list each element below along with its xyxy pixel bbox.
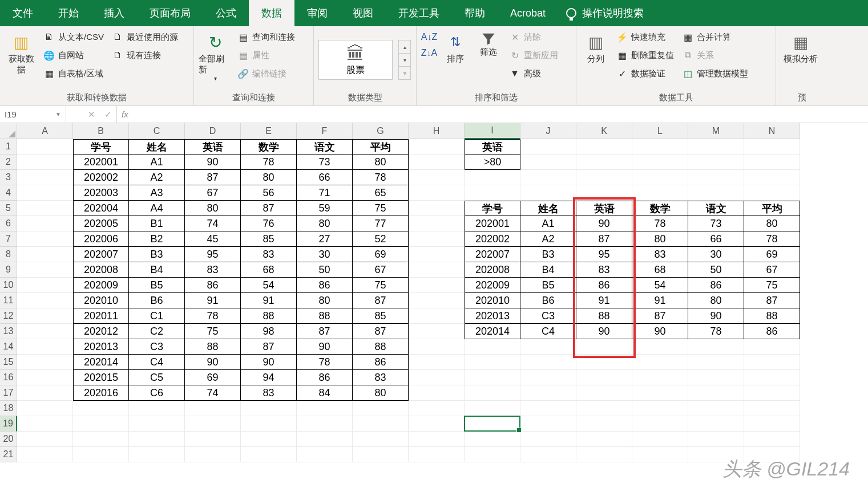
cell-J20[interactable] xyxy=(520,432,576,447)
cell-A5[interactable] xyxy=(17,201,73,216)
cell-G18[interactable] xyxy=(353,401,409,416)
cell-M11[interactable]: 80 xyxy=(688,293,744,308)
cell-A8[interactable] xyxy=(17,247,73,262)
menu-tab-Acrobat[interactable]: Acrobat xyxy=(498,0,558,26)
cell-M10[interactable]: 86 xyxy=(688,278,744,293)
row-header-5[interactable]: 5 xyxy=(0,201,17,216)
cell-C5[interactable]: A4 xyxy=(129,201,185,216)
cell-D18[interactable] xyxy=(185,401,241,416)
cell-E16[interactable]: 94 xyxy=(241,370,297,385)
column-header-B[interactable]: B xyxy=(73,123,129,139)
cell-A13[interactable] xyxy=(17,324,73,339)
fx-icon[interactable]: fx xyxy=(117,109,133,119)
cell-F2[interactable]: 73 xyxy=(297,155,353,170)
cell-I10[interactable]: 202009 xyxy=(465,278,520,293)
cell-K19[interactable] xyxy=(576,416,632,432)
menu-tab-开始[interactable]: 开始 xyxy=(46,0,91,26)
cell-B12[interactable]: 202011 xyxy=(73,308,129,324)
cell-J17[interactable] xyxy=(520,385,576,401)
cell-L12[interactable]: 87 xyxy=(632,308,688,324)
cell-B19[interactable] xyxy=(73,416,129,432)
cell-H5[interactable] xyxy=(409,201,465,216)
cell-H7[interactable] xyxy=(409,231,465,247)
cell-D20[interactable] xyxy=(185,432,241,447)
cell-C18[interactable] xyxy=(129,401,185,416)
cell-H16[interactable] xyxy=(409,370,465,385)
cell-I17[interactable] xyxy=(465,385,520,401)
cell-C10[interactable]: B5 xyxy=(129,278,185,293)
cell-M5[interactable]: 语文 xyxy=(688,201,744,216)
manage-data-model-button[interactable]: ◫管理数据模型 xyxy=(680,66,750,81)
cell-F16[interactable]: 86 xyxy=(297,370,353,385)
cell-K20[interactable] xyxy=(576,432,632,447)
queries-connections-button[interactable]: ▤查询和连接 xyxy=(235,30,297,44)
row-header-12[interactable]: 12 xyxy=(0,308,17,324)
cell-D13[interactable]: 75 xyxy=(185,324,241,339)
cell-A18[interactable] xyxy=(17,401,73,416)
cell-I20[interactable] xyxy=(465,432,520,447)
recent-sources-button[interactable]: 🗋最近使用的源 xyxy=(110,30,180,44)
cell-L1[interactable] xyxy=(632,139,688,155)
cell-K13[interactable]: 90 xyxy=(576,324,632,339)
cell-G12[interactable]: 85 xyxy=(353,308,409,324)
cell-K2[interactable] xyxy=(576,155,632,170)
cell-M19[interactable] xyxy=(688,416,744,432)
cell-I14[interactable] xyxy=(465,339,520,355)
cell-J21[interactable] xyxy=(520,447,576,462)
cell-J12[interactable]: C3 xyxy=(520,308,576,324)
from-web-button[interactable]: 🌐自网站 xyxy=(41,48,106,63)
cell-K6[interactable]: 90 xyxy=(576,216,632,231)
column-header-D[interactable]: D xyxy=(185,123,241,139)
cell-K1[interactable] xyxy=(576,139,632,155)
cell-F14[interactable]: 90 xyxy=(297,339,353,355)
cell-J6[interactable]: A1 xyxy=(520,216,576,231)
cell-D5[interactable]: 80 xyxy=(185,201,241,216)
cell-K18[interactable] xyxy=(576,401,632,416)
cell-H12[interactable] xyxy=(409,308,465,324)
cell-M20[interactable] xyxy=(688,432,744,447)
cell-A19[interactable] xyxy=(17,416,73,432)
what-if-analysis-button[interactable]: ▦ 模拟分析 xyxy=(781,30,821,90)
cell-D7[interactable]: 45 xyxy=(185,231,241,247)
cell-K4[interactable] xyxy=(576,185,632,201)
cell-G4[interactable]: 65 xyxy=(353,185,409,201)
cell-J13[interactable]: C4 xyxy=(520,324,576,339)
cell-N17[interactable] xyxy=(744,385,800,401)
row-header-11[interactable]: 11 xyxy=(0,293,17,308)
cell-D21[interactable] xyxy=(185,447,241,462)
row-header-16[interactable]: 16 xyxy=(0,370,17,385)
cell-M12[interactable]: 90 xyxy=(688,308,744,324)
cell-A11[interactable] xyxy=(17,293,73,308)
cell-D3[interactable]: 87 xyxy=(185,170,241,185)
cell-B17[interactable]: 202016 xyxy=(73,385,129,401)
cell-J4[interactable] xyxy=(520,185,576,201)
cell-K9[interactable]: 83 xyxy=(576,262,632,278)
cell-C17[interactable]: C6 xyxy=(129,385,185,401)
select-all-corner[interactable] xyxy=(0,123,17,139)
cell-C9[interactable]: B4 xyxy=(129,262,185,278)
cell-D19[interactable] xyxy=(185,416,241,432)
cell-M14[interactable] xyxy=(688,339,744,355)
cell-G15[interactable]: 86 xyxy=(353,355,409,370)
cell-K15[interactable] xyxy=(576,355,632,370)
cell-G14[interactable]: 88 xyxy=(353,339,409,355)
column-header-L[interactable]: L xyxy=(632,123,688,139)
cell-E20[interactable] xyxy=(241,432,297,447)
cell-B10[interactable]: 202009 xyxy=(73,278,129,293)
column-header-M[interactable]: M xyxy=(688,123,744,139)
cell-G8[interactable]: 69 xyxy=(353,247,409,262)
cell-B21[interactable] xyxy=(73,447,129,462)
row-header-17[interactable]: 17 xyxy=(0,385,17,401)
cell-H17[interactable] xyxy=(409,385,465,401)
cell-J1[interactable] xyxy=(520,139,576,155)
cell-G21[interactable] xyxy=(353,447,409,462)
cell-D4[interactable]: 67 xyxy=(185,185,241,201)
cell-F17[interactable]: 84 xyxy=(297,385,353,401)
cell-A14[interactable] xyxy=(17,339,73,355)
cell-I13[interactable]: 202014 xyxy=(465,324,520,339)
cell-M15[interactable] xyxy=(688,355,744,370)
cell-H11[interactable] xyxy=(409,293,465,308)
cell-E7[interactable]: 85 xyxy=(241,231,297,247)
cell-G19[interactable] xyxy=(353,416,409,432)
cell-F9[interactable]: 50 xyxy=(297,262,353,278)
